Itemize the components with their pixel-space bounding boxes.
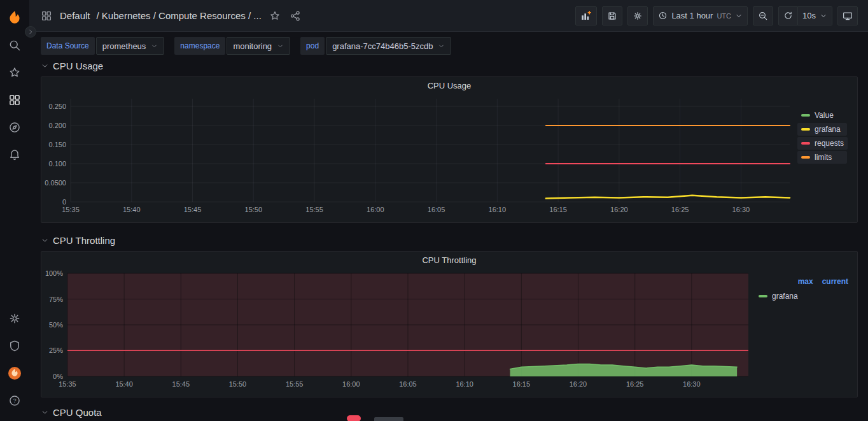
svg-text:15:55: 15:55 xyxy=(305,206,323,213)
legend-header-max[interactable]: max xyxy=(798,277,813,286)
panel-title[interactable]: CPU Throttling xyxy=(41,252,857,268)
breadcrumb-path[interactable]: / Kubernetes / Compute Resources / ... xyxy=(97,10,262,21)
cpu-usage-legend: Value grafana requests limits xyxy=(797,94,857,221)
sidebar: ? xyxy=(0,0,29,421)
legend-headers: max current xyxy=(759,277,851,286)
pod-picker[interactable]: grafana-7cc74b46b5-5zcdb xyxy=(326,37,451,55)
svg-text:16:00: 16:00 xyxy=(367,206,384,213)
partial-gray-bar xyxy=(374,417,403,421)
svg-text:15:50: 15:50 xyxy=(245,206,263,213)
svg-text:16:30: 16:30 xyxy=(732,206,750,213)
variable-value: grafana-7cc74b46b5-5zcdb xyxy=(332,41,433,51)
grafana-logo[interactable] xyxy=(4,8,25,28)
breadcrumb-root[interactable]: Default xyxy=(60,10,90,21)
alerting-icon[interactable] xyxy=(4,145,25,165)
cpu-throttling-panel: CPU Throttling 0%25%50%75%100%15:3515:40… xyxy=(41,251,858,397)
explore-icon[interactable] xyxy=(4,117,25,138)
legend-label: grafana xyxy=(772,292,798,301)
variable-pod: pod grafana-7cc74b46b5-5zcdb xyxy=(300,37,451,55)
cpu-usage-chart[interactable]: 00.05000.1000.1500.2000.25015:3515:4015:… xyxy=(41,94,797,221)
panel-title[interactable]: CPU Usage xyxy=(41,77,857,94)
breadcrumb: Default / Kubernetes / Compute Resources… xyxy=(39,9,575,23)
legend-label: requests xyxy=(815,139,844,148)
svg-text:?: ? xyxy=(13,397,16,404)
svg-text:16:15: 16:15 xyxy=(513,380,530,388)
org-avatar[interactable] xyxy=(4,363,25,383)
dashboard-settings-button[interactable] xyxy=(627,6,648,25)
chevron-down-icon xyxy=(820,12,827,20)
legend-item-limits[interactable]: limits xyxy=(797,151,847,164)
gear-icon xyxy=(633,11,643,21)
save-dashboard-button[interactable] xyxy=(602,6,622,25)
legend-label: grafana xyxy=(815,125,841,134)
grafana-app: ? Default / Kubernetes / Compute Resourc… xyxy=(0,0,868,421)
panel-body: 00.05000.1000.1500.2000.25015:3515:4015:… xyxy=(41,94,857,221)
legend-item-value[interactable]: Value xyxy=(797,109,847,122)
row-header-cpu-quota[interactable]: CPU Quota xyxy=(41,405,858,419)
svg-text:16:20: 16:20 xyxy=(570,380,587,388)
time-range-picker[interactable]: Last 1 hour UTC xyxy=(653,6,748,25)
legend-swatch xyxy=(801,142,810,145)
grafana-flame-icon xyxy=(6,10,23,26)
svg-text:50%: 50% xyxy=(49,321,63,329)
svg-text:15:45: 15:45 xyxy=(184,206,202,213)
variable-label: Data Source xyxy=(41,37,95,55)
row-header-cpu-throttling[interactable]: CPU Throttling xyxy=(41,233,858,247)
time-range-label: Last 1 hour xyxy=(671,11,713,20)
server-admin-shield-icon[interactable] xyxy=(4,336,25,356)
legend-header-current[interactable]: current xyxy=(822,277,848,286)
namespace-picker[interactable]: monitoring xyxy=(227,37,290,55)
legend-label: Value xyxy=(815,111,834,120)
help-icon[interactable]: ? xyxy=(4,390,25,411)
row-header-cpu-usage[interactable]: CPU Usage xyxy=(41,59,858,73)
zoom-out-button[interactable] xyxy=(753,6,773,25)
svg-text:75%: 75% xyxy=(49,296,63,303)
refresh-interval-label: 10s xyxy=(802,11,816,20)
cpu-usage-panel: CPU Usage 00.05000.1000.1500.2000.25015:… xyxy=(41,76,858,223)
svg-text:0: 0 xyxy=(62,198,66,206)
topbar-actions: Last 1 hour UTC 10s xyxy=(575,6,858,25)
svg-text:16:15: 16:15 xyxy=(549,206,567,213)
main-area: Default / Kubernetes / Compute Resources… xyxy=(29,0,868,421)
tv-mode-button[interactable] xyxy=(837,6,858,25)
starred-icon[interactable] xyxy=(4,62,25,83)
configuration-gear-icon[interactable] xyxy=(4,308,25,329)
star-dashboard-icon[interactable] xyxy=(268,9,282,23)
clock-icon xyxy=(658,11,668,20)
variable-value: prometheus xyxy=(102,41,146,51)
svg-text:0.250: 0.250 xyxy=(48,103,66,110)
cpu-throttling-chart[interactable]: 0%25%50%75%100%15:3515:4015:4515:5015:55… xyxy=(41,268,756,396)
partial-next-panel xyxy=(347,415,403,421)
cpu-throttling-legend: max current grafana xyxy=(756,268,857,396)
legend-swatch xyxy=(759,295,767,297)
refresh-icon xyxy=(783,11,793,20)
dashboards-icon[interactable] xyxy=(4,90,25,110)
chevron-down-icon xyxy=(277,43,284,50)
refresh-interval-picker[interactable]: 10s xyxy=(798,6,832,25)
refresh-button[interactable] xyxy=(778,6,798,25)
share-icon[interactable] xyxy=(288,9,302,23)
chevron-down-icon xyxy=(151,43,158,50)
legend-item-requests[interactable]: requests xyxy=(797,137,848,150)
svg-text:16:25: 16:25 xyxy=(626,380,643,388)
add-panel-button[interactable] xyxy=(575,6,597,25)
row-title: CPU Quota xyxy=(53,407,102,418)
dashboard-variables: Data Source prometheus namespace monitor… xyxy=(29,32,868,59)
variable-value: monitoring xyxy=(233,41,272,51)
dashboard-content: CPU Usage CPU Usage 00.05000.1000.1500.2… xyxy=(29,59,868,421)
svg-text:16:10: 16:10 xyxy=(456,380,473,388)
svg-text:15:35: 15:35 xyxy=(59,380,76,388)
chevron-down-icon xyxy=(735,12,743,20)
svg-text:25%: 25% xyxy=(49,346,63,354)
sidebar-expand-button[interactable] xyxy=(25,26,36,38)
monitor-icon xyxy=(843,11,853,21)
save-icon xyxy=(607,11,617,21)
svg-text:15:50: 15:50 xyxy=(229,380,246,388)
legend-item-grafana[interactable]: grafana xyxy=(759,292,851,301)
legend-swatch xyxy=(801,156,810,159)
legend-swatch xyxy=(801,128,810,131)
chevron-down-icon xyxy=(438,43,445,50)
search-icon[interactable] xyxy=(4,35,25,55)
datasource-picker[interactable]: prometheus xyxy=(96,37,165,55)
legend-item-grafana[interactable]: grafana xyxy=(797,123,847,136)
